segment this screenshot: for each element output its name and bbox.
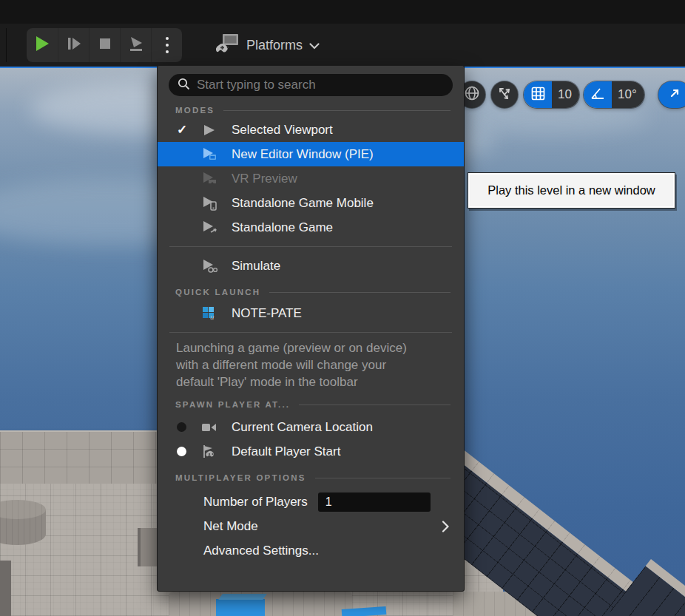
- check-icon: ✓: [177, 122, 202, 138]
- rotation-snap-toggle[interactable]: [584, 81, 612, 108]
- advanced-settings-label: Advanced Settings...: [203, 544, 319, 558]
- menu-separator: [169, 332, 452, 333]
- section-header-modes: MODES: [175, 106, 451, 115]
- play-button[interactable]: [27, 28, 58, 62]
- svg-text:u: u: [210, 312, 215, 321]
- scene-box: [0, 561, 11, 616]
- scene-blue-cube: [216, 599, 265, 616]
- title-bar: [0, 0, 685, 24]
- rotation-snap-control[interactable]: 10°: [584, 81, 644, 108]
- radio-selected[interactable]: [177, 447, 186, 456]
- menu-item-current-camera-location[interactable]: Current Camera Location: [158, 415, 464, 439]
- angle-icon: [590, 87, 605, 103]
- grid-snap-value[interactable]: 10: [552, 81, 579, 108]
- search-icon: [178, 78, 190, 93]
- standalone-game-icon: [202, 220, 232, 234]
- menu-item-advanced-settings[interactable]: Advanced Settings...: [158, 538, 464, 563]
- net-mode-label: Net Mode: [203, 519, 258, 534]
- chevron-down-icon: [309, 38, 320, 53]
- platforms-dropdown[interactable]: Platforms: [216, 30, 320, 61]
- menu-description: Launching a game (preview or on device) …: [176, 339, 451, 390]
- menu-search-box[interactable]: [169, 74, 453, 96]
- menu-item-standalone-game-mobile[interactable]: Standalone Game Mobile: [158, 191, 464, 215]
- stop-icon: [99, 38, 111, 53]
- chevron-right-icon: [442, 521, 449, 532]
- maximize-viewport-button[interactable]: [658, 81, 685, 108]
- section-header-quick-launch: QUICK LAUNCH: [175, 288, 451, 297]
- menu-item-net-mode[interactable]: Net Mode: [158, 514, 464, 538]
- number-of-players-label: Number of Players: [203, 495, 308, 510]
- play-controls-group: [27, 28, 182, 62]
- menu-item-selected-viewport[interactable]: ✓ Selected Viewport: [158, 118, 464, 142]
- scene-cylinder: [0, 500, 46, 547]
- standalone-game-mobile-icon: [202, 196, 232, 211]
- scene-box: [138, 528, 157, 566]
- globe-icon: [464, 85, 480, 104]
- stop-button[interactable]: [89, 28, 120, 62]
- rotation-snap-value[interactable]: 10°: [612, 81, 644, 108]
- windows-device-icon: u: [202, 306, 232, 321]
- grid-snap-toggle[interactable]: [524, 81, 552, 108]
- menu-item-vr-preview: VR Preview: [158, 166, 464, 191]
- new-editor-window-icon: [202, 147, 232, 161]
- play-icon: [34, 35, 50, 55]
- grid-snap-control[interactable]: 10: [524, 81, 579, 108]
- menu-item-simulate[interactable]: Simulate: [158, 254, 464, 278]
- frame-skip-icon: [67, 36, 81, 54]
- play-options-menu: MODES ✓ Selected Viewport New Editor Win…: [157, 65, 465, 592]
- launch-icon: [128, 35, 144, 55]
- platforms-icon: [216, 33, 240, 58]
- menu-item-default-player-start[interactable]: Default Player Start: [158, 439, 464, 464]
- frame-skip-button[interactable]: [58, 28, 89, 62]
- toolbar-divider: [6, 28, 7, 62]
- menu-separator: [169, 246, 452, 247]
- actor-snap-button[interactable]: [491, 81, 518, 108]
- number-of-players-input[interactable]: [318, 493, 431, 512]
- simulate-icon: [202, 259, 232, 274]
- selected-viewport-icon: [202, 123, 232, 137]
- launch-button[interactable]: [120, 28, 151, 62]
- snap-arrows-icon: [496, 85, 513, 104]
- menu-item-new-editor-window-pie[interactable]: New Editor Window (PIE): [158, 142, 464, 166]
- search-input[interactable]: [197, 78, 444, 92]
- vr-preview-icon: [202, 172, 232, 186]
- menu-item-standalone-game[interactable]: Standalone Game: [158, 215, 464, 240]
- maximize-arrow-icon: [668, 87, 681, 103]
- tooltip: Play this level in a new window: [468, 172, 675, 209]
- number-of-players-row: Number of Players: [158, 490, 464, 514]
- player-start-flag-icon: [202, 444, 232, 458]
- kebab-menu-icon: [166, 37, 169, 53]
- radio-unselected[interactable]: [177, 422, 186, 432]
- platforms-label: Platforms: [246, 38, 303, 53]
- tooltip-text: Play this level in a new window: [487, 183, 655, 197]
- section-header-multiplayer-options: MULTIPLAYER OPTIONS: [175, 473, 451, 482]
- camera-icon: [202, 423, 232, 432]
- menu-item-quick-launch-device[interactable]: u NOTE-PATE: [158, 301, 464, 325]
- play-options-button[interactable]: [151, 28, 182, 62]
- section-header-spawn-player-at: SPAWN PLAYER AT...: [175, 400, 451, 409]
- grid-icon: [531, 87, 545, 104]
